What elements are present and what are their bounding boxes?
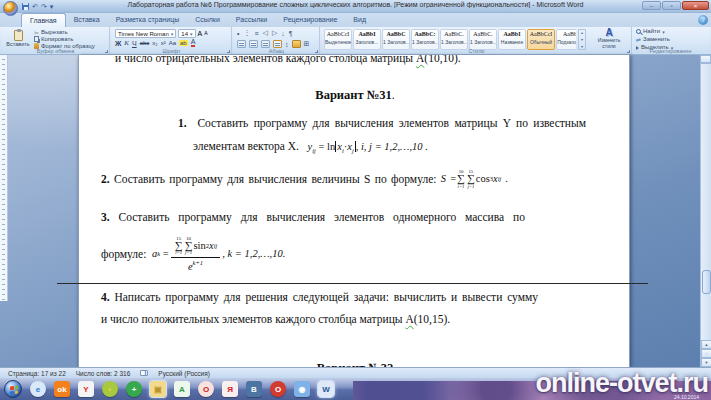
qat-dropdown-icon[interactable]: ▾ (50, 3, 54, 10)
replace-button[interactable]: ⇄ Заменить (636, 36, 709, 43)
variant-31-heading: Вариант №31. (79, 88, 630, 104)
save-icon[interactable] (22, 3, 29, 10)
shrink-font-button[interactable]: А (204, 31, 207, 36)
redo-icon[interactable]: ↷ (41, 3, 47, 10)
word-count[interactable]: Число слов: 2 316 (76, 370, 131, 377)
style-gallery-item[interactable]: AaBbI Заголов... (353, 29, 381, 50)
ribbon-tab[interactable]: Вставка (66, 13, 108, 27)
pilcrow-button[interactable]: ¶ (289, 30, 293, 37)
vertical-scrollbar[interactable]: ▴ ▴ ◦ ▾ (700, 55, 711, 367)
yandex-search-icon[interactable]: Я (222, 381, 238, 397)
replace-icon: ⇄ (636, 37, 641, 43)
dialog-launcher-icon[interactable] (105, 50, 108, 53)
ribbon-tab[interactable]: Разметка страницы (108, 13, 188, 27)
page-indicator[interactable]: Страница: 17 из 22 (8, 370, 66, 377)
desktop: ↶ ↷ ▾ Лабораторная работа №6 Программиро… (0, 0, 711, 400)
highlight-button[interactable]: ab (179, 40, 188, 46)
line-spacing-button[interactable]: ↕ (285, 41, 289, 48)
ribbon-tab[interactable]: Вид (345, 13, 374, 27)
underline-button[interactable]: Ч (132, 40, 137, 47)
search-icon (636, 29, 641, 34)
horizontal-line (57, 283, 648, 284)
font-size-select[interactable]: 14 ▾ (178, 29, 195, 38)
undo-icon[interactable]: ↶ (32, 3, 38, 10)
dialog-launcher-icon[interactable] (315, 50, 318, 53)
proofing-icon[interactable] (140, 370, 148, 376)
numbered-list-button[interactable]: ⋮ (243, 29, 250, 37)
language-indicator[interactable]: Русский (Россия) (158, 370, 210, 377)
align-center-button[interactable] (249, 40, 258, 48)
change-styles-button[interactable]: А Изменить стили (590, 28, 628, 49)
office-button[interactable] (3, 1, 18, 16)
previous-page-icon[interactable]: ▴ (701, 340, 711, 349)
start-button[interactable] (4, 380, 22, 398)
document-page[interactable]: и число отрицательных элементов каждого … (78, 55, 630, 367)
ruler-toggle-button[interactable] (700, 55, 711, 63)
align-justify-button[interactable] (273, 40, 282, 48)
ribbon-tab[interactable]: Главная (21, 13, 66, 27)
ribbon-tab[interactable]: Рецензирование (275, 13, 345, 27)
word-taskbar-button[interactable]: W (318, 381, 334, 397)
bullet-list-button[interactable]: • (237, 30, 239, 37)
gallery-scroll-up-icon[interactable]: ▴ (579, 30, 585, 35)
select-browse-object-icon[interactable]: ◦ (701, 349, 711, 358)
windows-logo-icon (10, 386, 18, 395)
help-icon[interactable]: ? (698, 15, 708, 25)
explorer-folder-icon[interactable]: ▣ (150, 381, 166, 397)
dialog-launcher-icon[interactable] (627, 50, 630, 53)
styles-group: AaBbCcI Выделение AaBbI Заголов... AaBbC… (322, 27, 632, 54)
outdent-button[interactable]: ◁ (263, 29, 268, 37)
green-ball-icon[interactable]: + (126, 381, 142, 397)
maximize-button[interactable]: ▫ (662, 1, 681, 10)
style-gallery-item[interactable]: AaBbCcI Обычный (527, 29, 555, 50)
cut-button[interactable]: ✂ Вырезать (34, 29, 95, 35)
multilevel-list-button[interactable]: ≡ (254, 30, 258, 37)
opera-icon[interactable]: O (198, 381, 214, 397)
subscript-button[interactable]: x₂ (152, 40, 157, 46)
borders-button[interactable]: ⊞ (304, 40, 310, 48)
volume-icon[interactable]: ◉ (294, 381, 310, 397)
change-case-button[interactable]: Aa (169, 40, 176, 46)
style-gallery-item[interactable]: AaBbC 1 Заголов... (382, 29, 410, 50)
minimize-button[interactable]: – (642, 1, 661, 10)
font-family-select[interactable]: Times New Roman ▾ (115, 29, 176, 38)
chevron-down-icon: ▾ (662, 29, 665, 35)
scrollbar-thumb[interactable] (702, 270, 711, 294)
align-left-button[interactable] (237, 40, 246, 48)
vk-icon[interactable]: В (246, 381, 262, 397)
superscript-button[interactable]: x² (161, 40, 166, 46)
internet-explorer-icon[interactable]: e (30, 381, 46, 397)
ribbon-tab[interactable]: Рассылки (228, 13, 275, 27)
ribbon-tab[interactable]: Ссылки (187, 13, 228, 27)
next-page-icon[interactable]: ▾ (701, 358, 711, 367)
gallery-scroll-down-icon[interactable]: ▾ (579, 37, 585, 42)
italic-button[interactable]: К (124, 40, 129, 47)
task4-line1: 4. Написать программу для решения следую… (101, 290, 615, 304)
comodo-dragon-icon[interactable]: ◗ (102, 381, 118, 397)
shading-button[interactable] (292, 40, 301, 48)
green-a-icon[interactable]: A (174, 381, 190, 397)
grow-font-button[interactable]: А (198, 30, 203, 37)
style-gallery-item[interactable]: AaBbCcI Выделение (324, 29, 352, 50)
strikethrough-button[interactable]: abc (140, 40, 150, 46)
yandex-browser-icon[interactable]: Y (78, 381, 94, 397)
red-circle-icon[interactable]: O (270, 381, 286, 397)
style-gallery-item[interactable]: AaBbC. 1 Заголов... (469, 29, 497, 50)
indent-button[interactable]: ▷ (272, 29, 277, 37)
bold-button[interactable]: Ж (115, 40, 121, 47)
style-gallery-item[interactable]: AaBb Подзагол... (556, 29, 576, 50)
style-gallery-item[interactable]: AaBbC: 1 Заголов... (411, 29, 439, 50)
align-right-button[interactable] (261, 40, 270, 48)
font-color-button[interactable]: А (191, 39, 196, 47)
paste-button[interactable]: Вставить (5, 29, 31, 48)
copy-button[interactable]: Копировать (34, 36, 95, 42)
find-button[interactable]: Найти ▾ (636, 28, 709, 35)
task3-line2: формуле: ak = 15∑i=1 10∑j=1 sin2 xij ek+… (101, 231, 615, 277)
odnoklassniki-icon[interactable]: ok (54, 381, 70, 397)
dialog-launcher-icon[interactable] (227, 50, 230, 53)
style-gallery-item[interactable]: AaBbC. 1 Заголов... (440, 29, 468, 50)
close-button[interactable]: × (682, 1, 709, 10)
style-gallery-item[interactable]: AaBbI Название (498, 29, 526, 50)
sort-button[interactable]: ↓ (281, 30, 285, 37)
task3-line1: 3. Составить программу для вычисления эл… (101, 210, 615, 224)
